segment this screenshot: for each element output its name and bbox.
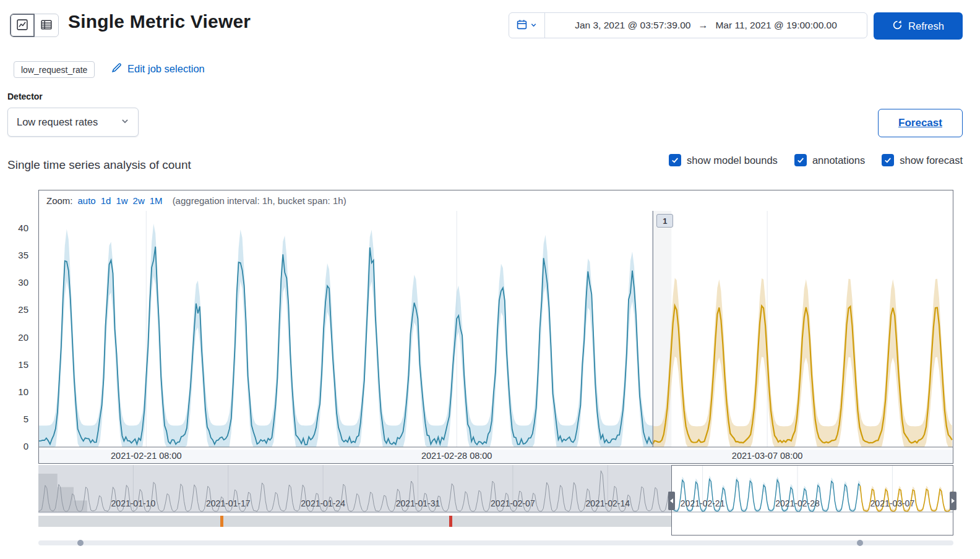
page-title: Single Metric Viewer — [68, 11, 251, 32]
date-range-values: Jan 3, 2021 @ 03:57:39.00 → Mar 11, 2021… — [545, 13, 867, 38]
table-view-toggle[interactable] — [34, 14, 59, 37]
checkbox-show-model-bounds[interactable]: show model bounds — [669, 154, 778, 166]
forecast-button[interactable]: Forecast — [878, 109, 963, 137]
checkbox-label: show model bounds — [687, 155, 778, 166]
calendar-dropdown-button[interactable] — [509, 13, 545, 38]
zoom-1M-link[interactable]: 1M — [150, 195, 163, 206]
checkbox-checked-icon — [669, 154, 681, 166]
x-axis-labels: 2021-02-21 08:002021-02-28 08:002021-03-… — [39, 450, 953, 463]
start-date[interactable]: Jan 3, 2021 @ 03:57:39.00 — [575, 20, 690, 31]
scrollbar-handle-left[interactable] — [77, 540, 84, 546]
scrollbar-handle-right[interactable] — [857, 540, 863, 546]
table-icon — [41, 19, 52, 32]
refresh-icon — [892, 20, 903, 33]
chart-line-icon — [17, 19, 28, 32]
checkbox-annotations[interactable]: annotations — [794, 154, 865, 166]
anomaly-swimlane[interactable] — [38, 516, 671, 527]
arrow-left-icon — [670, 498, 673, 503]
checkbox-label: annotations — [812, 155, 865, 166]
brush-handle-right[interactable] — [950, 492, 956, 510]
y-axis-labels: 0510152025303540 — [0, 210, 32, 450]
date-range-picker: Jan 3, 2021 @ 03:57:39.00 → Mar 11, 2021… — [509, 12, 867, 38]
refresh-label: Refresh — [908, 20, 944, 32]
detector-select[interactable]: Low request rates — [7, 108, 139, 137]
zoom-1w-link[interactable]: 1w — [116, 195, 127, 206]
analysis-title: Single time series analysis of count — [7, 158, 191, 172]
chart-view-toggle[interactable] — [10, 14, 35, 37]
view-toggle-group — [10, 14, 59, 37]
main-chart-plot[interactable] — [39, 211, 953, 451]
anomaly-marker[interactable] — [220, 516, 223, 527]
zoom-controls: Zoom: auto 1d 1w 2w 1M (aggregation inte… — [39, 190, 953, 211]
arrow-right-icon: → — [698, 20, 708, 31]
main-chart-box: Zoom: auto 1d 1w 2w 1M (aggregation inte… — [38, 190, 953, 464]
zoom-label: Zoom: — [46, 195, 73, 206]
edit-job-selection-link[interactable]: Edit job selection — [111, 62, 205, 75]
calendar-icon — [517, 19, 527, 32]
job-badge[interactable]: low_request_rate — [14, 61, 95, 78]
chevron-down-icon — [121, 116, 129, 128]
anomaly-marker[interactable] — [449, 516, 452, 527]
checkbox-checked-icon — [882, 154, 894, 166]
pencil-icon — [111, 62, 122, 75]
chart-scrollbar[interactable] — [38, 540, 953, 545]
detector-selected-value: Low request rates — [17, 116, 98, 128]
checkbox-checked-icon — [794, 154, 807, 166]
end-date[interactable]: Mar 11, 2021 @ 19:00:00.00 — [715, 20, 836, 31]
chevron-down-icon — [530, 20, 537, 31]
edit-job-selection-label: Edit job selection — [127, 63, 205, 75]
zoom-1d-link[interactable]: 1d — [101, 195, 111, 206]
context-chart-region: 2021-01-102021-01-172021-01-242021-01-31… — [38, 465, 953, 537]
time-selection-brush[interactable] — [671, 465, 953, 536]
aggregation-note: (aggregation interval: 1h, bucket span: … — [173, 195, 346, 206]
arrow-right-icon — [952, 498, 955, 503]
refresh-button[interactable]: Refresh — [874, 12, 963, 40]
brush-handle-left[interactable] — [668, 492, 675, 510]
checkbox-show-forecast[interactable]: show forecast — [882, 154, 963, 166]
chart-options-row: show model bounds annotations show forec… — [669, 154, 963, 166]
annotation-marker[interactable]: 1 — [656, 214, 673, 228]
zoom-auto-link[interactable]: auto — [78, 195, 96, 206]
zoom-2w-link[interactable]: 2w — [133, 195, 145, 206]
detector-label: Detector — [7, 92, 43, 101]
checkbox-label: show forecast — [900, 155, 963, 166]
